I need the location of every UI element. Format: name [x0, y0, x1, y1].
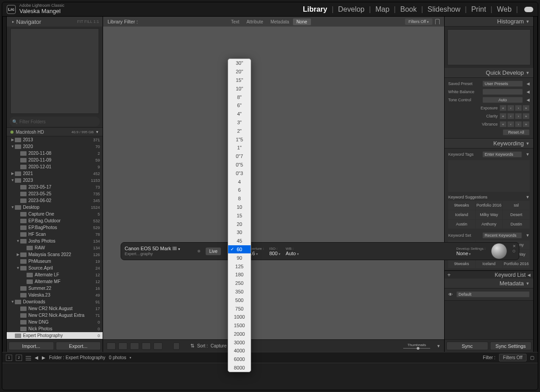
keyword-cell[interactable]: 9tweaks: [448, 201, 475, 210]
disclosure-icon[interactable]: ▼: [10, 205, 15, 209]
eye-icon[interactable]: 👁: [448, 292, 453, 297]
folder-row[interactable]: 2020-11-0959: [7, 157, 103, 163]
folder-row[interactable]: New DNG0: [7, 319, 103, 325]
folder-row[interactable]: Alternate MF12: [7, 278, 103, 285]
right-edge[interactable]: [533, 17, 538, 352]
grid-icon[interactable]: [26, 355, 31, 360]
chevron-left-icon[interactable]: ◀: [526, 90, 530, 94]
keyword-cell[interactable]: ssl: [503, 201, 530, 210]
shutter-option[interactable]: 30: [228, 228, 251, 237]
disclosure-icon[interactable]: ▶: [16, 252, 20, 257]
shutter-option[interactable]: 6: [228, 186, 251, 194]
keywording-header[interactable]: Keywording▼: [445, 139, 533, 149]
shutter-option[interactable]: 1000: [228, 313, 251, 321]
folder-row[interactable]: 2023-05-25735: [7, 190, 103, 197]
monitor-1-button[interactable]: 1: [6, 355, 12, 361]
shutter-option[interactable]: 4: [228, 177, 251, 186]
folder-row[interactable]: 2020-11-082: [7, 150, 103, 157]
shutter-option[interactable]: 250: [228, 279, 251, 288]
compare-view-icon[interactable]: [130, 342, 139, 350]
shutter-option[interactable]: 8000: [228, 364, 251, 372]
filter-tab-text[interactable]: Text: [227, 18, 243, 25]
monitor-2-button[interactable]: 2: [16, 355, 22, 361]
folder-row[interactable]: ▼20231153: [7, 177, 103, 184]
histogram-header[interactable]: Histogram▼: [445, 17, 533, 27]
folder-row[interactable]: ▼Source.April24: [7, 265, 103, 271]
folder-row[interactable]: Capture One5: [7, 211, 103, 217]
folder-row[interactable]: ▶2021452: [7, 170, 103, 177]
module-web[interactable]: Web: [497, 5, 512, 14]
module-map[interactable]: Map: [375, 5, 389, 14]
shutter-option[interactable]: 45: [228, 237, 251, 245]
module-book[interactable]: Book: [400, 5, 416, 14]
filter-tab-attribute[interactable]: Attribute: [243, 18, 267, 25]
keyword-cell[interactable]: Desert: [503, 210, 530, 219]
saved-preset-drop[interactable]: User Presets: [482, 81, 523, 87]
chevron-left-icon[interactable]: ◀: [526, 81, 530, 86]
shutter-option[interactable]: 90: [228, 253, 251, 262]
shutter-option[interactable]: 20: [228, 220, 251, 228]
shutter-option[interactable]: 1"5: [228, 135, 251, 144]
shutter-option[interactable]: 3000: [228, 338, 251, 347]
shutter-option[interactable]: 1500: [228, 321, 251, 330]
folder-row[interactable]: New CR2 Nick August17: [7, 305, 103, 312]
keyword-cell[interactable]: Iceland: [476, 259, 503, 268]
shutter-option[interactable]: 6000: [228, 355, 251, 364]
keyword-cell[interactable]: Desert: [448, 240, 475, 249]
keyword-set-drop[interactable]: Recent Keywords: [482, 232, 522, 239]
module-print[interactable]: Print: [471, 5, 486, 14]
folder-row[interactable]: PhMuseum19: [7, 258, 103, 265]
lock-icon[interactable]: [435, 19, 440, 24]
keyword-cell[interactable]: Dustin: [503, 220, 530, 229]
loupe-view-icon[interactable]: [118, 342, 127, 350]
shutter-option[interactable]: 500: [228, 296, 251, 304]
shutter-option[interactable]: 15": [228, 76, 251, 85]
shutter-option[interactable]: 8": [228, 93, 251, 101]
disclosure-icon[interactable]: ▼: [10, 144, 15, 149]
left-edge[interactable]: [2, 17, 7, 352]
disclosure-icon[interactable]: ▼: [10, 300, 15, 304]
cloud-sync-icon[interactable]: [524, 7, 533, 12]
nav-forward-icon[interactable]: ▶: [42, 355, 45, 360]
folder-row[interactable]: ▶Malaysia Scans 2022126: [7, 251, 103, 258]
volume-menu-icon[interactable]: ▼: [95, 130, 99, 134]
shutter-option[interactable]: 2000: [228, 330, 251, 338]
shutter-option[interactable]: 4": [228, 110, 251, 118]
shutter-option[interactable]: 125: [228, 262, 251, 270]
navigator-header[interactable]: ▸ Navigator FIT FILL 1:1: [7, 17, 103, 27]
filmstrip-thumbnails[interactable]: [2, 363, 538, 390]
keyword-cell[interactable]: 9tweaks: [448, 259, 475, 268]
shutter-option[interactable]: 4000: [228, 347, 251, 355]
keyword-list-header[interactable]: +Keyword List◀: [445, 270, 533, 279]
shutter-option[interactable]: 180: [228, 270, 251, 279]
folder-row[interactable]: ▼Joshs Photos134: [7, 238, 103, 244]
keyword-cell[interactable]: Portfolio 2016: [503, 259, 530, 268]
disclosure-icon[interactable]: ▼: [16, 239, 20, 243]
folder-row[interactable]: ▼202070: [7, 143, 103, 150]
shutter-option[interactable]: 60: [228, 245, 251, 254]
metadata-preset-drop[interactable]: Default: [456, 291, 530, 297]
shutter-option[interactable]: 30": [228, 59, 251, 68]
shutter-option[interactable]: 2": [228, 126, 251, 135]
shutter-option[interactable]: 10: [228, 203, 251, 212]
shutter-option[interactable]: 0"3: [228, 169, 251, 177]
filmstrip-filter-drop[interactable]: Filters Off: [499, 354, 526, 361]
wb-drop[interactable]: [482, 89, 523, 95]
shutter-option[interactable]: 10": [228, 84, 251, 93]
keyword-cell[interactable]: Austin: [448, 220, 475, 229]
filter-switch-icon[interactable]: ▢: [530, 355, 534, 360]
keyword-cell[interactable]: Dustin: [476, 240, 503, 249]
chevron-left-icon[interactable]: ◀: [526, 98, 530, 102]
folder-row[interactable]: ▼Downloads91: [7, 298, 103, 305]
nav-back-icon[interactable]: ◀: [35, 355, 38, 360]
painter-icon[interactable]: [173, 342, 180, 350]
folder-row[interactable]: EP.BagPhotos529: [7, 224, 103, 231]
shutter-option[interactable]: 6": [228, 101, 251, 110]
folder-row[interactable]: New CR2 Nick August Extra71: [7, 312, 103, 319]
people-view-icon[interactable]: [153, 342, 162, 350]
keyword-cell[interactable]: ssl: [476, 250, 503, 259]
exposure-buttons[interactable]: «‹›»: [500, 105, 530, 111]
keyword-cell[interactable]: Milky Way: [476, 210, 503, 219]
folder-row[interactable]: 2023-06-02345: [7, 197, 103, 204]
disclosure-icon[interactable]: ▶: [10, 171, 15, 176]
